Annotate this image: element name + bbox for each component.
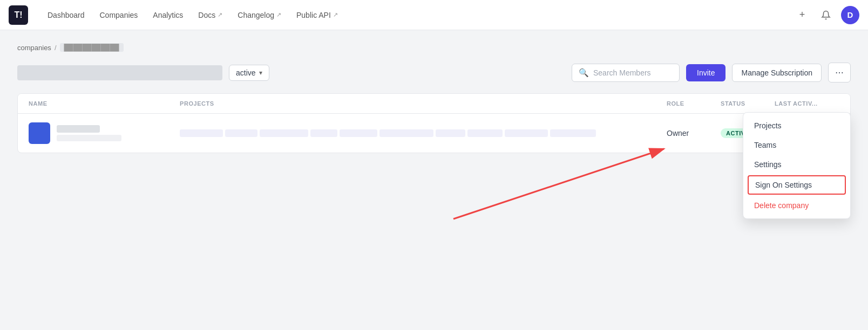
dropdown-menu: Projects Teams Settings Sign On Settings… (743, 112, 851, 219)
dropdown-item-settings[interactable]: Settings (743, 155, 850, 174)
breadcrumb: companies / ████████████ (17, 43, 851, 52)
search-icon: 🔍 (579, 68, 589, 78)
more-options-button[interactable]: ⋯ (828, 63, 851, 82)
nav-link-changelog[interactable]: Changelog ↗ (231, 8, 288, 23)
col-header-projects: PROJECTS (180, 100, 667, 107)
breadcrumb-current: ████████████ (60, 43, 124, 52)
nav-link-docs[interactable]: Docs ↗ (192, 8, 229, 23)
manage-subscription-button[interactable]: Manage Subscription (732, 64, 822, 82)
add-button[interactable]: + (794, 6, 811, 24)
breadcrumb-parent-link[interactable]: companies (17, 44, 51, 52)
nav-link-public-api[interactable]: Public API ↗ (290, 8, 344, 23)
col-header-name: NAME (29, 100, 180, 107)
svg-line-1 (453, 149, 664, 219)
search-members-input[interactable]: 🔍 Search Members (572, 64, 680, 82)
project-tag (505, 129, 548, 137)
project-tag (467, 129, 503, 137)
notification-icon[interactable] (817, 6, 835, 24)
table-row: Owner ACTIVE (18, 114, 850, 153)
project-tag (180, 129, 223, 137)
col-header-role: ROLE (667, 100, 721, 107)
dropdown-item-teams[interactable]: Teams (743, 135, 850, 155)
company-name (17, 65, 222, 80)
project-tag (379, 129, 433, 137)
project-tag (550, 129, 596, 137)
external-link-icon: ↗ (276, 11, 281, 18)
member-role: Owner (667, 129, 721, 138)
external-link-icon: ↗ (218, 11, 222, 18)
nav-link-companies[interactable]: Companies (93, 8, 145, 23)
status-dropdown[interactable]: active ▾ (229, 65, 269, 81)
page-content: companies / ████████████ active ▾ 🔍 Sear… (0, 30, 868, 330)
member-info (57, 125, 121, 141)
project-tag (436, 129, 465, 137)
user-avatar[interactable]: D (841, 6, 859, 24)
dropdown-item-projects[interactable]: Projects (743, 116, 850, 135)
project-tag (225, 129, 257, 137)
invite-button[interactable]: Invite (686, 64, 725, 81)
member-email (57, 135, 121, 141)
external-link-icon: ↗ (333, 11, 338, 18)
chevron-down-icon: ▾ (259, 69, 262, 77)
nav-right: + D (794, 6, 859, 24)
dropdown-item-sign-on-settings[interactable]: Sign On Settings (748, 175, 846, 195)
col-header-status: STATUS (721, 100, 775, 107)
members-table: NAME PROJECTS ROLE STATUS LAST ACTIV... (17, 93, 851, 153)
nav-link-analytics[interactable]: Analytics (146, 8, 189, 23)
dropdown-item-delete-company[interactable]: Delete company (743, 196, 850, 215)
project-tag (340, 129, 377, 137)
company-header: active ▾ 🔍 Search Members Invite Manage … (17, 63, 851, 82)
nav-link-dashboard[interactable]: Dashboard (41, 8, 91, 23)
col-header-last-active: LAST ACTIV... (775, 100, 839, 107)
member-name (57, 125, 100, 133)
member-projects (180, 129, 667, 137)
member-cell (29, 122, 180, 144)
nav-links: Dashboard Companies Analytics Docs ↗ Cha… (41, 8, 789, 23)
app-logo[interactable]: T! (9, 5, 28, 25)
member-avatar (29, 122, 50, 144)
breadcrumb-separator: / (55, 44, 57, 52)
table-header: NAME PROJECTS ROLE STATUS LAST ACTIV... (18, 94, 850, 114)
navbar: T! Dashboard Companies Analytics Docs ↗ … (0, 0, 868, 30)
project-tag (310, 129, 337, 137)
project-tag (260, 129, 308, 137)
